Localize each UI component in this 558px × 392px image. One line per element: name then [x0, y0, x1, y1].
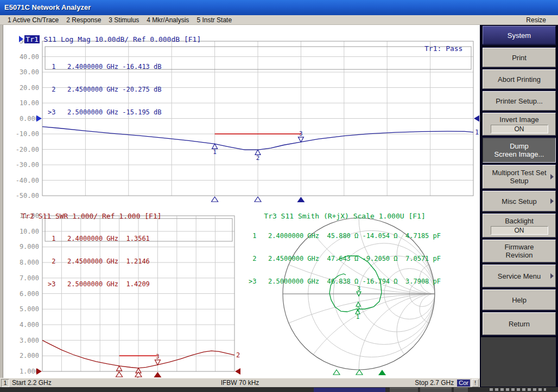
- start-frequency: Start 2.2 GHz: [12, 379, 52, 387]
- invert-image-toggle[interactable]: Invert Image ON: [483, 113, 556, 136]
- menu-active-ch-trace[interactable]: 1 Active Ch/Trace: [8, 16, 59, 24]
- stop-frequency: Stop 2.7 GHz: [415, 379, 454, 387]
- printer-setup-button[interactable]: Printer Setup...: [483, 91, 556, 111]
- tr3-marker-table: 1 2.4000000 GHz 45.880 Ω -14.054 Ω 4.718…: [249, 217, 441, 300]
- correction-status-badge: Cor: [457, 380, 470, 387]
- menu-response[interactable]: 2 Response: [66, 16, 101, 24]
- menu-mkr-analysis[interactable]: 4 Mkr/Analysis: [147, 16, 189, 24]
- return-button[interactable]: Return: [483, 312, 556, 335]
- tr1-marker-row: 1 2.4000000 GHz -16.413 dB: [48, 63, 162, 70]
- channel-number-box: 1: [1, 379, 9, 387]
- menu-bar: 1 Active Ch/Trace 2 Response 3 Stimulus …: [0, 15, 558, 25]
- tr1-marker-row: >3 2.5000000 GHz -15.195 dB: [48, 108, 162, 116]
- submenu-arrow-icon: [550, 174, 554, 179]
- tr3-marker-row: >3 2.5000000 GHz 46.838 Ω -16.794 Ω 3.79…: [249, 278, 441, 285]
- tr2-marker-row: 2 2.4500000 GHz 1.2146: [48, 258, 150, 265]
- submenu-arrow-icon: [550, 198, 554, 204]
- menu-stimulus[interactable]: 3 Stimulus: [109, 16, 139, 24]
- backlight-toggle[interactable]: Backlight ON: [483, 214, 556, 237]
- tr2-badge: Tr2: [21, 212, 34, 220]
- instrument-screen: E5071C Network Analyzer 1 Active Ch/Trac…: [0, 0, 558, 392]
- tr1-limit-status: Tr1: Pass: [424, 44, 462, 53]
- tr1-marker-table: 1 2.4000000 GHz -16.413 dB 2 2.4500000 G…: [48, 48, 162, 131]
- status-bar: 1 Start 2.2 GHz IFBW 70 kHz Stop 2.7 GHz…: [0, 378, 480, 387]
- tr3-marker-row: 1 2.4000000 GHz 45.880 Ω -14.054 Ω 4.718…: [249, 232, 441, 240]
- title-bar: E5071C Network Analyzer: [0, 0, 558, 15]
- tr1-params: S11 Log Mag 10.00dB/ Ref 0.000dB [F1]: [40, 35, 201, 43]
- taskbar-clock: [490, 388, 546, 391]
- menu-instr-state[interactable]: 5 Instr State: [196, 16, 232, 24]
- invert-image-state: ON: [491, 125, 548, 133]
- tr3-header[interactable]: Tr3 S11 Smith (R+jX) Scale 1.000U [F1]: [247, 205, 426, 213]
- help-button[interactable]: Help: [483, 290, 556, 310]
- backlight-state: ON: [491, 226, 548, 235]
- window-title: E5071C Network Analyzer: [4, 3, 91, 11]
- softkey-menu-title-system: System: [483, 26, 556, 44]
- active-trace-arrow-icon: [19, 36, 23, 42]
- taskbar-item: [454, 388, 468, 392]
- alert-indicator: !: [472, 379, 479, 387]
- misc-setup-button[interactable]: Misc Setup: [483, 191, 556, 211]
- tr2-params: S11 SWR 1.000/ Ref 1.000 [F1]: [34, 212, 162, 220]
- tr3-marker-row: 2 2.4500000 GHz 47.643 Ω -9.2050 Ω 7.057…: [249, 255, 441, 262]
- print-button[interactable]: Print: [483, 48, 556, 67]
- ifbw-readout: IFBW 70 kHz: [221, 379, 259, 387]
- abort-printing-button[interactable]: Abort Printing: [483, 69, 556, 89]
- taskbar-item: [420, 388, 452, 392]
- taskbar-item: [390, 388, 418, 392]
- taskbar-strip: [0, 387, 558, 392]
- dump-screen-image-button[interactable]: Dump Screen Image...: [483, 138, 556, 163]
- taskbar-item: [314, 388, 385, 392]
- sidebar-empty-area: [481, 337, 556, 387]
- softkey-sidebar: System Print Abort Printing Printer Setu…: [480, 25, 558, 387]
- tr1-badge: Tr1: [24, 35, 39, 43]
- multiport-test-set-setup-button[interactable]: Multiport Test Set Setup: [483, 165, 556, 189]
- submenu-arrow-icon: [550, 273, 554, 279]
- menu-resize[interactable]: Resize: [526, 16, 546, 24]
- firmware-revision-button[interactable]: Firmware Revision: [483, 240, 556, 262]
- tr1-marker-row: 2 2.4500000 GHz -20.275 dB: [48, 86, 162, 93]
- tr2-marker-row: 1 2.4000000 GHz 1.3561: [48, 235, 150, 242]
- tr2-marker-table: 1 2.4000000 GHz 1.3561 2 2.4500000 GHz 1…: [48, 220, 150, 303]
- tr2-marker-row: >3 2.5000000 GHz 1.4209: [48, 280, 150, 288]
- service-menu-button[interactable]: Service Menu: [483, 265, 556, 287]
- tr1-header[interactable]: Tr1 S11 Log Mag 10.00dB/ Ref 0.000dB [F1…: [2, 28, 201, 36]
- tr2-header[interactable]: Tr2 S11 SWR 1.000/ Ref 1.000 [F1]: [4, 205, 162, 213]
